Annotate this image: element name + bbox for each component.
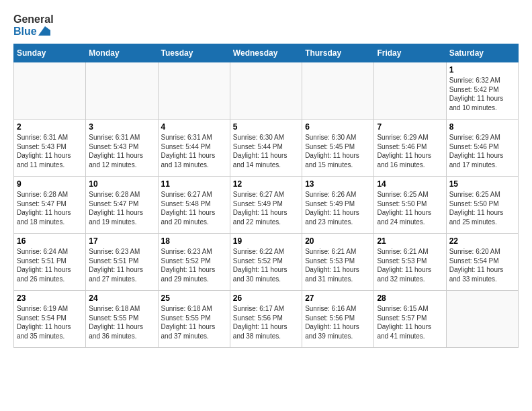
day-number: 12 bbox=[233, 179, 299, 189]
calendar-cell: 5Sunrise: 6:30 AM Sunset: 5:44 PM Daylig… bbox=[230, 120, 302, 177]
day-info: Sunrise: 6:25 AM Sunset: 5:50 PM Dayligh… bbox=[449, 190, 515, 226]
calendar-cell: 6Sunrise: 6:30 AM Sunset: 5:45 PM Daylig… bbox=[302, 120, 374, 177]
calendar-week-2: 2Sunrise: 6:31 AM Sunset: 5:43 PM Daylig… bbox=[14, 120, 519, 177]
calendar-cell: 2Sunrise: 6:31 AM Sunset: 5:43 PM Daylig… bbox=[14, 120, 86, 177]
day-info: Sunrise: 6:30 AM Sunset: 5:45 PM Dayligh… bbox=[305, 133, 371, 169]
calendar-cell: 25Sunrise: 6:18 AM Sunset: 5:55 PM Dayli… bbox=[158, 291, 230, 348]
header: General Blue bbox=[13, 13, 519, 37]
day-info: Sunrise: 6:25 AM Sunset: 5:50 PM Dayligh… bbox=[377, 190, 443, 226]
calendar-cell: 23Sunrise: 6:19 AM Sunset: 5:54 PM Dayli… bbox=[14, 291, 86, 348]
day-number: 13 bbox=[305, 179, 371, 189]
calendar-cell: 10Sunrise: 6:28 AM Sunset: 5:47 PM Dayli… bbox=[86, 177, 158, 234]
day-header-tuesday: Tuesday bbox=[158, 44, 230, 62]
calendar-table: SundayMondayTuesdayWednesdayThursdayFrid… bbox=[13, 44, 519, 348]
calendar-week-3: 9Sunrise: 6:28 AM Sunset: 5:47 PM Daylig… bbox=[14, 177, 519, 234]
calendar-cell: 17Sunrise: 6:23 AM Sunset: 5:51 PM Dayli… bbox=[86, 234, 158, 291]
day-number: 26 bbox=[233, 293, 299, 303]
logo-general: General bbox=[13, 13, 54, 26]
day-number: 2 bbox=[17, 122, 83, 132]
day-info: Sunrise: 6:21 AM Sunset: 5:53 PM Dayligh… bbox=[305, 247, 371, 283]
day-info: Sunrise: 6:15 AM Sunset: 5:57 PM Dayligh… bbox=[377, 304, 443, 340]
day-number: 19 bbox=[233, 236, 299, 246]
day-header-sunday: Sunday bbox=[14, 44, 86, 62]
day-number: 21 bbox=[377, 236, 443, 246]
calendar-cell: 4Sunrise: 6:31 AM Sunset: 5:44 PM Daylig… bbox=[158, 120, 230, 177]
day-info: Sunrise: 6:21 AM Sunset: 5:53 PM Dayligh… bbox=[377, 247, 443, 283]
calendar-cell bbox=[86, 62, 158, 120]
calendar-cell: 11Sunrise: 6:27 AM Sunset: 5:48 PM Dayli… bbox=[158, 177, 230, 234]
day-number: 25 bbox=[161, 293, 227, 303]
day-header-monday: Monday bbox=[86, 44, 158, 62]
calendar-week-1: 1Sunrise: 6:32 AM Sunset: 5:42 PM Daylig… bbox=[14, 62, 519, 120]
day-number: 8 bbox=[449, 122, 515, 132]
calendar-cell: 13Sunrise: 6:26 AM Sunset: 5:49 PM Dayli… bbox=[302, 177, 374, 234]
calendar-cell bbox=[446, 291, 518, 348]
day-info: Sunrise: 6:30 AM Sunset: 5:44 PM Dayligh… bbox=[233, 133, 299, 169]
calendar-cell: 18Sunrise: 6:23 AM Sunset: 5:52 PM Dayli… bbox=[158, 234, 230, 291]
day-info: Sunrise: 6:29 AM Sunset: 5:46 PM Dayligh… bbox=[449, 133, 515, 169]
day-info: Sunrise: 6:31 AM Sunset: 5:44 PM Dayligh… bbox=[161, 133, 227, 169]
day-info: Sunrise: 6:32 AM Sunset: 5:42 PM Dayligh… bbox=[449, 76, 515, 112]
calendar-cell: 27Sunrise: 6:16 AM Sunset: 5:56 PM Dayli… bbox=[302, 291, 374, 348]
calendar-cell bbox=[158, 62, 230, 120]
day-number: 3 bbox=[89, 122, 154, 132]
day-info: Sunrise: 6:27 AM Sunset: 5:49 PM Dayligh… bbox=[233, 190, 299, 226]
day-info: Sunrise: 6:18 AM Sunset: 5:55 PM Dayligh… bbox=[161, 304, 227, 340]
day-number: 27 bbox=[305, 293, 371, 303]
day-number: 23 bbox=[17, 293, 83, 303]
svg-marker-0 bbox=[38, 26, 50, 36]
day-number: 18 bbox=[161, 236, 227, 246]
day-number: 16 bbox=[17, 236, 83, 246]
day-number: 24 bbox=[89, 293, 154, 303]
day-number: 28 bbox=[377, 293, 443, 303]
day-info: Sunrise: 6:20 AM Sunset: 5:54 PM Dayligh… bbox=[449, 247, 515, 283]
calendar-cell: 3Sunrise: 6:31 AM Sunset: 5:43 PM Daylig… bbox=[86, 120, 158, 177]
calendar-cell bbox=[374, 62, 446, 120]
calendar-cell: 22Sunrise: 6:20 AM Sunset: 5:54 PM Dayli… bbox=[446, 234, 518, 291]
logo-arrow-icon bbox=[38, 26, 50, 36]
day-header-thursday: Thursday bbox=[302, 44, 374, 62]
calendar-cell: 16Sunrise: 6:24 AM Sunset: 5:51 PM Dayli… bbox=[14, 234, 86, 291]
calendar-cell bbox=[302, 62, 374, 120]
day-number: 11 bbox=[161, 179, 227, 189]
day-header-saturday: Saturday bbox=[446, 44, 518, 62]
day-number: 6 bbox=[305, 122, 371, 132]
calendar-cell: 1Sunrise: 6:32 AM Sunset: 5:42 PM Daylig… bbox=[446, 62, 518, 120]
day-number: 1 bbox=[449, 65, 515, 75]
day-info: Sunrise: 6:31 AM Sunset: 5:43 PM Dayligh… bbox=[17, 133, 83, 169]
logo-blue: Blue bbox=[13, 26, 54, 38]
day-number: 17 bbox=[89, 236, 154, 246]
calendar-cell: 9Sunrise: 6:28 AM Sunset: 5:47 PM Daylig… bbox=[14, 177, 86, 234]
day-header-wednesday: Wednesday bbox=[230, 44, 302, 62]
calendar-cell bbox=[14, 62, 86, 120]
calendar-cell: 19Sunrise: 6:22 AM Sunset: 5:52 PM Dayli… bbox=[230, 234, 302, 291]
calendar-cell: 8Sunrise: 6:29 AM Sunset: 5:46 PM Daylig… bbox=[446, 120, 518, 177]
calendar-cell: 7Sunrise: 6:29 AM Sunset: 5:46 PM Daylig… bbox=[374, 120, 446, 177]
calendar-header-row: SundayMondayTuesdayWednesdayThursdayFrid… bbox=[14, 44, 519, 62]
calendar-week-5: 23Sunrise: 6:19 AM Sunset: 5:54 PM Dayli… bbox=[14, 291, 519, 348]
day-number: 15 bbox=[449, 179, 515, 189]
day-number: 9 bbox=[17, 179, 83, 189]
day-info: Sunrise: 6:17 AM Sunset: 5:56 PM Dayligh… bbox=[233, 304, 299, 340]
calendar-cell: 20Sunrise: 6:21 AM Sunset: 5:53 PM Dayli… bbox=[302, 234, 374, 291]
day-number: 22 bbox=[449, 236, 515, 246]
calendar-cell: 24Sunrise: 6:18 AM Sunset: 5:55 PM Dayli… bbox=[86, 291, 158, 348]
day-info: Sunrise: 6:28 AM Sunset: 5:47 PM Dayligh… bbox=[17, 190, 83, 226]
logo: General Blue bbox=[13, 13, 54, 37]
calendar-cell: 12Sunrise: 6:27 AM Sunset: 5:49 PM Dayli… bbox=[230, 177, 302, 234]
day-info: Sunrise: 6:23 AM Sunset: 5:51 PM Dayligh… bbox=[89, 247, 154, 283]
day-info: Sunrise: 6:28 AM Sunset: 5:47 PM Dayligh… bbox=[89, 190, 154, 226]
day-info: Sunrise: 6:18 AM Sunset: 5:55 PM Dayligh… bbox=[89, 304, 154, 340]
day-info: Sunrise: 6:22 AM Sunset: 5:52 PM Dayligh… bbox=[233, 247, 299, 283]
day-info: Sunrise: 6:31 AM Sunset: 5:43 PM Dayligh… bbox=[89, 133, 154, 169]
day-number: 14 bbox=[377, 179, 443, 189]
calendar-cell: 28Sunrise: 6:15 AM Sunset: 5:57 PM Dayli… bbox=[374, 291, 446, 348]
calendar-cell: 21Sunrise: 6:21 AM Sunset: 5:53 PM Dayli… bbox=[374, 234, 446, 291]
day-number: 4 bbox=[161, 122, 227, 132]
calendar-cell: 15Sunrise: 6:25 AM Sunset: 5:50 PM Dayli… bbox=[446, 177, 518, 234]
calendar-week-4: 16Sunrise: 6:24 AM Sunset: 5:51 PM Dayli… bbox=[14, 234, 519, 291]
calendar-cell: 14Sunrise: 6:25 AM Sunset: 5:50 PM Dayli… bbox=[374, 177, 446, 234]
day-number: 7 bbox=[377, 122, 443, 132]
calendar-cell: 26Sunrise: 6:17 AM Sunset: 5:56 PM Dayli… bbox=[230, 291, 302, 348]
day-number: 20 bbox=[305, 236, 371, 246]
